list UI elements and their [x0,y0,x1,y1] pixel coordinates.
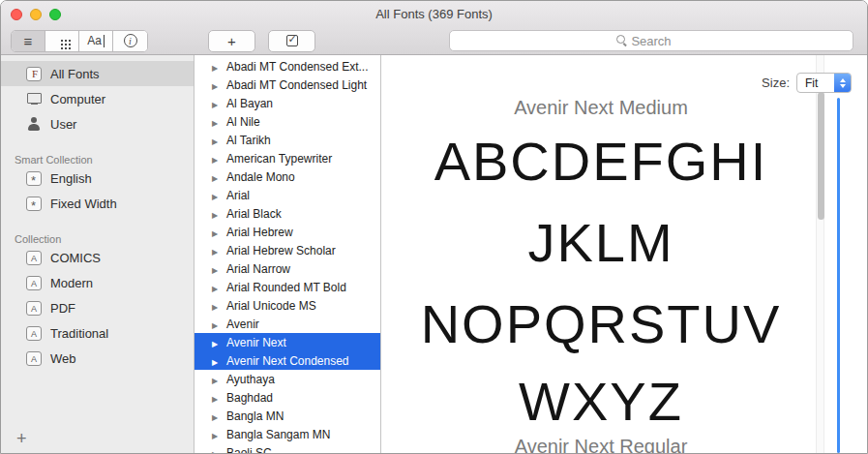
disclosure-triangle-icon[interactable] [212,262,221,276]
collection-icon [26,351,42,366]
zoom-button[interactable] [49,9,61,20]
smart-icon [26,171,42,186]
disclosure-triangle-icon[interactable] [212,281,221,294]
disclosure-triangle-icon[interactable] [212,189,221,202]
disclosure-triangle-icon[interactable] [212,97,221,110]
font-list-item-avenir-next-condensed[interactable]: Avenir Next Condensed [195,351,380,370]
sidebar-item-web[interactable]: Web [1,346,194,371]
list-view-button[interactable]: ≡ [12,31,45,51]
toolbar: ≡ Aa i + [1,26,867,55]
font-list-item-ayuthaya[interactable]: Ayuthaya [195,370,380,388]
disclosure-triangle-icon[interactable] [212,299,221,313]
font-list-item-avenir[interactable]: Avenir [195,315,380,333]
font-list-item-avenir-next[interactable]: Avenir Next [195,333,380,351]
sidebar-item-pdf[interactable]: PDF [1,295,194,320]
validate-font-button[interactable] [268,30,315,52]
disclosure-triangle-icon[interactable] [212,373,221,386]
size-value: Fit [797,76,834,90]
list-view-icon: ≡ [24,34,33,48]
font-list-item-arial-hebrew[interactable]: Arial Hebrew [195,223,380,241]
disclosure-triangle-icon[interactable] [212,409,221,423]
disclosure-triangle-icon[interactable] [212,60,221,74]
close-button[interactable] [11,9,22,20]
font-list-item-arial-narrow[interactable]: Arial Narrow [195,259,380,278]
grid-view-icon [61,40,63,42]
disclosure-triangle-icon[interactable] [212,428,221,441]
titlebar[interactable]: All Fonts (369 Fonts) [1,1,867,26]
size-slider[interactable] [837,98,840,453]
stepper-up-icon [840,78,846,82]
collection-icon [26,326,42,341]
font-list-item-arial-hebrew-scholar[interactable]: Arial Hebrew Scholar [195,241,380,259]
sidebar-item-comics[interactable]: COMICS [1,245,194,270]
font-list-item-arial-black[interactable]: Arial Black [195,204,380,223]
collection-icon [26,276,42,290]
sample-glyph-line: ABCDEFGHI [381,121,821,202]
sidebar-item-fixed-width[interactable]: Fixed Width [1,191,194,216]
disclosure-triangle-icon[interactable] [212,170,221,184]
preview-font-name: Avenir Next Medium [381,94,821,121]
font-list-item-arial-unicode-ms[interactable]: Arial Unicode MS [195,296,380,315]
disclosure-triangle-icon[interactable] [212,152,221,166]
font-list-item-arial-rounded-mt-bold[interactable]: Arial Rounded MT Bold [195,278,380,296]
sidebar-item-traditional[interactable]: Traditional [1,320,194,346]
grid-view-button[interactable] [45,31,79,51]
scrollbar-thumb[interactable] [818,92,824,220]
search-input[interactable] [449,30,853,51]
collection-icon [26,251,42,265]
preview-scrollbar[interactable] [816,55,824,453]
size-dropdown[interactable]: Fit [796,73,852,93]
font-list-item-al-nile[interactable]: Al Nile [195,112,380,131]
view-segmented-control: ≡ Aa i [11,30,148,52]
font-list-item-baghdad[interactable]: Baghdad [195,388,380,407]
disclosure-triangle-icon[interactable] [212,336,221,349]
font-list-item-abadi-mt-condensed-light[interactable]: Abadi MT Condensed Light [195,76,380,94]
stepper-down-icon [840,84,846,88]
sidebar-item-computer[interactable]: Computer [1,86,194,111]
window-chrome: All Fonts (369 Fonts) ≡ Aa i + [1,1,867,55]
sidebar: All Fonts Computer User Smart Collection [1,55,195,453]
disclosure-triangle-icon[interactable] [212,207,221,221]
smart-icon [26,197,42,211]
search-field [449,30,853,51]
user-icon [26,117,42,132]
font-list-item-al-bayan[interactable]: Al Bayan [195,94,380,112]
fonts-icon [26,67,42,81]
sample-text-icon: Aa [87,35,105,47]
disclosure-triangle-icon[interactable] [212,226,221,239]
minimize-button[interactable] [30,9,42,20]
sidebar-item-all-fonts[interactable]: All Fonts [1,61,194,86]
add-collection-button[interactable]: + [16,429,27,449]
disclosure-triangle-icon[interactable] [212,354,221,368]
font-list-item-american-typewriter[interactable]: American Typewriter [195,149,380,167]
sidebar-section-collection: COMICS Modern PDF Traditional [1,245,194,371]
disclosure-triangle-icon[interactable] [212,244,221,257]
collection-icon [26,301,42,316]
fontbook-window: All Fonts (369 Fonts) ≡ Aa i + [0,0,868,454]
disclosure-triangle-icon[interactable] [212,446,221,454]
sidebar-item-user[interactable]: User [1,111,194,136]
font-list-item-abadi-mt-condensed-ext[interactable]: Abadi MT Condensed Ext... [195,57,380,76]
font-list-item-andale-mono[interactable]: Andale Mono [195,167,380,186]
disclosure-triangle-icon[interactable] [212,115,221,129]
disclosure-triangle-icon[interactable] [212,391,221,405]
font-list-item-al-tarikh[interactable]: Al Tarikh [195,131,380,149]
add-font-button[interactable]: + [208,30,255,52]
sidebar-item-modern[interactable]: Modern [1,270,194,295]
main-content: All Fonts Computer User Smart Collection [1,55,867,453]
dropdown-stepper-icon [834,74,851,92]
font-list-item-bangla-mn[interactable]: Bangla MN [195,407,380,425]
disclosure-triangle-icon[interactable] [212,78,221,92]
sample-text-view-button[interactable]: Aa [79,31,113,51]
preview-next-font-name: Avenir Next Regular [381,433,821,453]
window-title: All Fonts (369 Fonts) [1,1,867,27]
font-list-item-arial[interactable]: Arial [195,186,380,204]
font-list-item-bangla-sangam-mn[interactable]: Bangla Sangam MN [195,425,380,443]
disclosure-triangle-icon[interactable] [212,318,221,331]
font-info-button[interactable]: i [113,31,147,51]
sidebar-header-collection: Collection [1,226,194,245]
font-list: Abadi MT Condensed Ext... Abadi MT Conde… [195,55,381,453]
disclosure-triangle-icon[interactable] [212,134,221,147]
font-list-item-baoli-sc[interactable]: Baoli SC [195,443,380,453]
sidebar-item-english[interactable]: English [1,166,194,191]
